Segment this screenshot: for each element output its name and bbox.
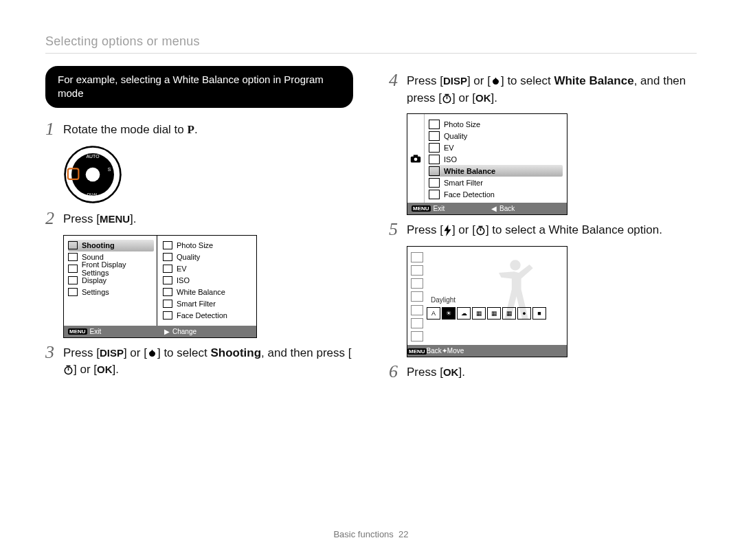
step-text-fragment: ] to select bbox=[501, 74, 554, 87]
page: Selecting options or menus For example, … bbox=[0, 0, 742, 560]
menu-row: Settings bbox=[68, 287, 154, 298]
submenu-row-label: ISO bbox=[444, 155, 457, 164]
mode-dial-icon: P AUTO DUAL S bbox=[63, 145, 122, 204]
menu-row-icon bbox=[68, 288, 78, 296]
submenu-row-label: ISO bbox=[177, 276, 190, 284]
menu-screenshot-shooting: ShootingSoundFront Display SettingsDispl… bbox=[63, 235, 257, 338]
wb-option-screenshot: Daylight A☀☁▦▦▦●■ MENUBack ✦Move bbox=[407, 246, 567, 357]
step-number: 1 bbox=[45, 120, 63, 138]
submenu-row: Face Detection bbox=[429, 188, 563, 200]
footer-right: ▶Change bbox=[160, 328, 256, 335]
svg-point-3 bbox=[86, 168, 100, 182]
submenu-row-label: Quality bbox=[444, 132, 467, 140]
menu-screenshot-whitebalance: Photo SizeQualityEVISOWhite BalanceSmart… bbox=[407, 113, 567, 215]
timer-icon bbox=[63, 365, 74, 375]
step-text-fragment: ] to select a White Balance option. bbox=[486, 223, 662, 236]
step-bold: Shooting bbox=[210, 346, 261, 359]
submenu-row: Photo Size bbox=[429, 118, 563, 130]
step-number: 6 bbox=[389, 363, 407, 381]
key-ok: OK bbox=[443, 366, 459, 378]
breadcrumb: Selecting options or menus bbox=[45, 34, 697, 49]
svg-text:S: S bbox=[108, 167, 111, 172]
divider bbox=[45, 53, 697, 54]
left-arrow-icon: ◀ bbox=[491, 205, 497, 212]
key-ok: OK bbox=[475, 92, 491, 104]
macro-icon bbox=[491, 76, 501, 87]
step-text-fragment: Press [ bbox=[407, 366, 443, 379]
step-text: Press [OK]. bbox=[407, 364, 465, 381]
submenu-row-icon bbox=[163, 265, 172, 273]
wb-option-icon: ● bbox=[517, 307, 531, 320]
footer-left: MENUExit bbox=[407, 205, 487, 212]
svg-text:DUAL: DUAL bbox=[87, 192, 99, 197]
mode-dial-figure: P AUTO DUAL S bbox=[63, 145, 353, 204]
menu-row-icon bbox=[68, 241, 78, 249]
footer-right-label: Move bbox=[447, 347, 464, 355]
step-4: 4 Press [DISP] or [] to select White Bal… bbox=[389, 71, 697, 107]
step-text-fragment: Rotate the mode dial to bbox=[63, 123, 188, 136]
svg-rect-12 bbox=[414, 155, 418, 157]
submenu-row-icon bbox=[163, 300, 172, 308]
footer-left-label: Exit bbox=[434, 205, 445, 212]
move-icon: ✦ bbox=[442, 347, 447, 355]
right-arrow-icon: ▶ bbox=[164, 328, 170, 335]
submenu-row-label: White Balance bbox=[177, 288, 225, 296]
submenu-row: Face Detection bbox=[163, 310, 254, 322]
step-1: 1 Rotate the mode dial to P. bbox=[45, 120, 353, 139]
step-5: 5 Press [] or [] to select a White Balan… bbox=[389, 221, 697, 239]
step-number: 5 bbox=[389, 221, 407, 238]
silhouette-figure bbox=[484, 256, 546, 339]
submenu-row-icon bbox=[429, 131, 440, 141]
footer-left: MENUExit bbox=[64, 328, 160, 335]
submenu-row: White Balance bbox=[163, 287, 254, 298]
left-icon-column bbox=[407, 251, 427, 343]
step-text: Rotate the mode dial to P. bbox=[63, 122, 198, 139]
key-disp: DISP bbox=[100, 347, 124, 359]
submenu-row-label: White Balance bbox=[444, 167, 495, 175]
submenu-row-icon bbox=[163, 241, 172, 249]
submenu-row: Quality bbox=[163, 251, 254, 263]
setting-icon bbox=[411, 331, 423, 341]
menu-key-icon: MENU bbox=[412, 205, 431, 212]
menu-row-label: Settings bbox=[82, 288, 109, 296]
menu-row-label: Shooting bbox=[82, 241, 115, 249]
key-p: P bbox=[188, 123, 194, 136]
wb-selected-label: Daylight bbox=[431, 296, 456, 304]
setting-icon bbox=[411, 291, 423, 302]
submenu-row-label: Smart Filter bbox=[444, 179, 483, 187]
submenu-row-label: Face Detection bbox=[444, 190, 495, 199]
step-text-fragment: ] or [ bbox=[467, 74, 491, 87]
macro-icon bbox=[147, 348, 157, 359]
step-number: 4 bbox=[389, 71, 407, 89]
svg-text:AUTO: AUTO bbox=[87, 154, 100, 159]
menu-row-icon bbox=[68, 276, 78, 284]
step-text-fragment: ] or [ bbox=[124, 346, 147, 359]
submenu-row-icon bbox=[163, 288, 172, 296]
submenu-row: EV bbox=[429, 142, 563, 153]
setting-icon bbox=[411, 318, 423, 328]
step-2: 2 Press [MENU]. bbox=[45, 210, 353, 228]
flash-icon bbox=[443, 225, 452, 236]
submenu-row-icon bbox=[429, 190, 440, 199]
step-text-fragment: ] to select bbox=[157, 346, 210, 359]
step-text: Press [DISP] or [] to select White Balan… bbox=[407, 73, 697, 107]
submenu-row: Smart Filter bbox=[429, 177, 563, 188]
submenu-row-label: Smart Filter bbox=[177, 300, 216, 308]
submenu-row-label: Photo Size bbox=[177, 241, 213, 249]
left-column: For example, selecting a White Balance o… bbox=[45, 66, 353, 388]
wb-option-icon: ▦ bbox=[502, 307, 516, 320]
step-text-fragment: ]. bbox=[491, 91, 497, 104]
step-text-fragment: Press [ bbox=[63, 212, 100, 225]
step-text: Press [MENU]. bbox=[63, 211, 137, 228]
step-3: 3 Press [DISP] or [] to select Shooting,… bbox=[45, 344, 353, 379]
step-text-fragment: Press [ bbox=[63, 346, 100, 359]
menu-row-icon bbox=[68, 265, 78, 273]
wb-strip: A☀☁▦▦▦●■ bbox=[427, 307, 563, 320]
wb-option-icon: ▦ bbox=[487, 307, 501, 320]
step-text-fragment: ] or [ bbox=[452, 223, 475, 236]
setting-icon bbox=[411, 278, 423, 289]
menu-row: Shooting bbox=[68, 240, 154, 251]
example-pill: For example, selecting a White Balance o… bbox=[45, 66, 353, 108]
timer-icon bbox=[442, 93, 452, 104]
submenu-row-icon bbox=[429, 155, 440, 164]
